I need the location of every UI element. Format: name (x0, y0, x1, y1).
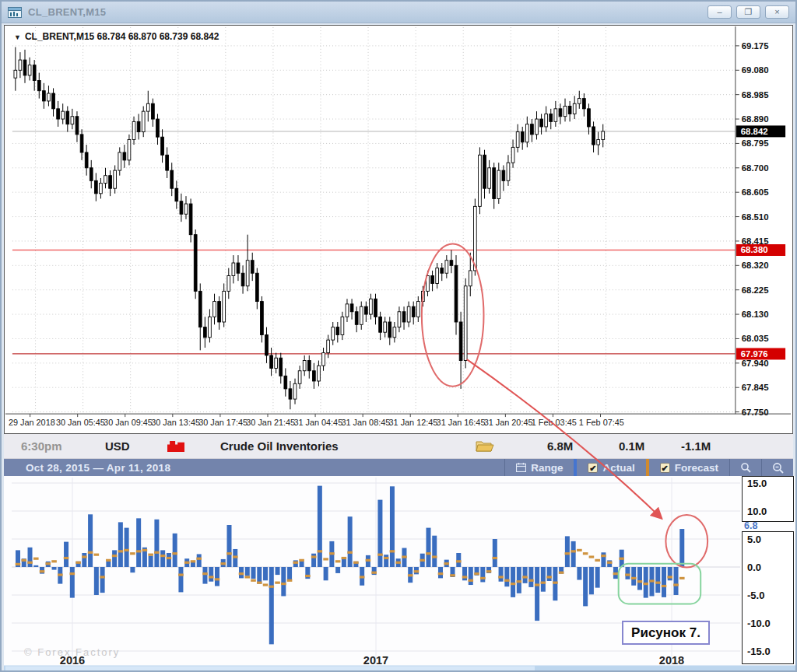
svg-text:31 Jan 08:45: 31 Jan 08:45 (341, 418, 390, 427)
forecast-label: Forecast (675, 462, 718, 474)
svg-text:29 Jan 2018: 29 Jan 2018 (9, 418, 55, 427)
svg-text:69.080: 69.080 (742, 65, 769, 75)
svg-text:68.320: 68.320 (742, 261, 769, 270)
svg-text:2017: 2017 (363, 654, 388, 667)
svg-text:68.225: 68.225 (742, 285, 769, 295)
svg-text:-15.0: -15.0 (747, 646, 771, 657)
svg-text:-10.0: -10.0 (747, 618, 771, 629)
figure-caption: Рисунок 7. (622, 621, 710, 645)
actual-toggle[interactable]: ✔ Actual (577, 459, 645, 476)
svg-text:2018: 2018 (659, 654, 684, 667)
window-titlebar[interactable]: CL_BRENT,M15 – ❐ × (2, 2, 795, 23)
svg-text:31 Jan 16:45: 31 Jan 16:45 (437, 418, 486, 427)
svg-text:31 Jan 20:45: 31 Jan 20:45 (484, 418, 533, 427)
zoom-out-button[interactable] (762, 462, 793, 474)
svg-text:1 Feb 03:45: 1 Feb 03:45 (532, 418, 577, 427)
forecast-value: 0.1M (619, 439, 644, 453)
svg-text:68.035: 68.035 (742, 334, 769, 343)
forecast-toggle[interactable]: ✔ Forecast (649, 459, 729, 476)
svg-text:67.976: 67.976 (741, 349, 768, 359)
high-impact-icon (167, 441, 184, 452)
close-button[interactable]: × (765, 5, 789, 19)
svg-text:10.0: 10.0 (747, 506, 767, 517)
ohlc-text: CL_BRENT,M15 68.784 68.870 68.739 68.842 (25, 31, 219, 42)
minimize-button[interactable]: – (707, 5, 732, 19)
svg-text:67.845: 67.845 (742, 383, 769, 392)
magnifier-icon (772, 462, 784, 474)
open-folder-icon[interactable] (476, 439, 494, 453)
range-button[interactable]: Range (505, 459, 574, 476)
svg-text:30 Jan 13:45: 30 Jan 13:45 (151, 418, 200, 427)
actual-label: Actual (602, 462, 634, 474)
event-currency: USD (105, 439, 130, 453)
svg-text:67.940: 67.940 (742, 359, 769, 368)
mt4-window: CL_BRENT,M15 – ❐ × ▼CL_BRENT,M15 68.784 … (0, 0, 797, 672)
candlestick-chart-panel: ▼CL_BRENT,M15 68.784 68.870 68.739 68.84… (4, 25, 793, 434)
svg-text:2016: 2016 (60, 654, 85, 667)
svg-text:68.842: 68.842 (741, 127, 768, 136)
restore-button[interactable]: ❐ (736, 5, 760, 19)
symbol-ohlc-line: ▼CL_BRENT,M15 68.784 68.870 68.739 68.84… (14, 31, 219, 42)
window-title: CL_BRENT,M15 (28, 6, 707, 18)
candlestick-chart: 69.17569.08068.98568.89068.79568.70068.6… (5, 26, 792, 433)
svg-text:68.380: 68.380 (741, 245, 768, 254)
ff-chart-header: Oct 28, 2015 — Apr 11, 2018 Range ✔ Actu… (4, 459, 793, 476)
svg-text:-5.0: -5.0 (747, 590, 764, 601)
svg-text:68.700: 68.700 (742, 163, 769, 173)
chart-scrollbar-thumb[interactable] (5, 667, 535, 672)
chart-window-icon (8, 7, 22, 18)
event-time: 6:30pm (21, 439, 62, 453)
svg-text:30 Jan 09:45: 30 Jan 09:45 (104, 418, 153, 427)
svg-text:68.985: 68.985 (742, 90, 769, 100)
svg-text:68.795: 68.795 (742, 138, 769, 148)
svg-text:30 Jan 21:45: 30 Jan 21:45 (246, 418, 295, 427)
svg-text:1 Feb 07:45: 1 Feb 07:45 (579, 418, 624, 427)
previous-value: -1.1M (681, 439, 711, 453)
svg-text:6.8: 6.8 (744, 520, 757, 531)
symbol-dropdown-icon[interactable]: ▼ (14, 33, 21, 41)
magnifier-icon (740, 462, 751, 473)
actual-checkbox[interactable]: ✔ (588, 463, 598, 473)
svg-text:68.130: 68.130 (742, 310, 769, 319)
svg-text:30 Jan 05:45: 30 Jan 05:45 (56, 418, 105, 427)
date-range-label: Oct 28, 2015 — Apr 11, 2018 (26, 462, 504, 474)
range-label: Range (531, 462, 563, 474)
svg-text:68.890: 68.890 (742, 114, 769, 124)
svg-text:67.750: 67.750 (742, 408, 769, 417)
svg-text:15.0: 15.0 (747, 478, 767, 489)
forecast-checkbox[interactable]: ✔ (660, 463, 670, 473)
svg-text:69.175: 69.175 (742, 41, 769, 51)
svg-text:30 Jan 17:45: 30 Jan 17:45 (198, 418, 248, 427)
actual-value: 6.8M (547, 439, 573, 453)
svg-text:5.0: 5.0 (747, 534, 761, 545)
svg-text:31 Jan 04:45: 31 Jan 04:45 (293, 418, 342, 427)
calendar-event-row[interactable]: 6:30pm USD Crude Oil Inventories 6.8M 0.… (4, 434, 793, 459)
calendar-icon (516, 463, 526, 472)
svg-text:0.0: 0.0 (747, 562, 761, 573)
event-title: Crude Oil Inventories (220, 439, 339, 453)
svg-text:68.605: 68.605 (742, 187, 769, 197)
zoom-in-button[interactable] (730, 462, 761, 473)
svg-text:31 Jan 12:45: 31 Jan 12:45 (389, 418, 438, 427)
svg-text:68.510: 68.510 (742, 212, 769, 222)
